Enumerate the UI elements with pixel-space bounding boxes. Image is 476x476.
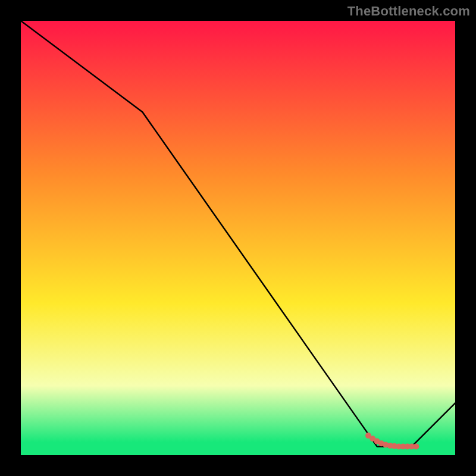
gradient-background xyxy=(21,21,455,455)
marker-dot xyxy=(413,443,419,449)
chart-svg xyxy=(21,21,455,455)
plot-area xyxy=(21,21,455,455)
watermark-label: TheBottleneck.com xyxy=(347,4,470,19)
chart-stage: TheBottleneck.com xyxy=(0,0,476,476)
